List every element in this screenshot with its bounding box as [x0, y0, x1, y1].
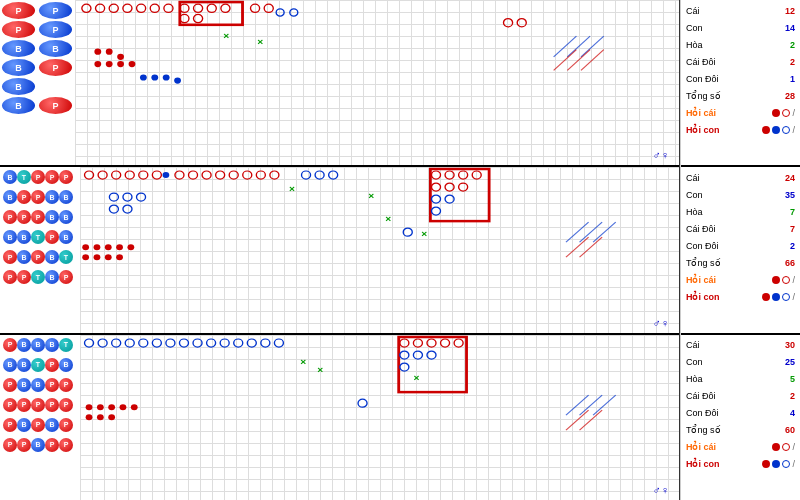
stat-row-hoa-2: Hòa 7: [684, 203, 797, 220]
svg-point-10: [207, 4, 216, 12]
svg-point-25: [117, 61, 124, 67]
stat-value: 2: [790, 391, 795, 401]
svg-point-55: [315, 171, 324, 179]
balls-column-3: P B B B T B B T P B P B B P P P P P P P …: [0, 335, 80, 500]
svg-point-78: [105, 244, 112, 250]
svg-point-109: [413, 339, 422, 347]
slash-icon: /: [792, 125, 795, 135]
svg-point-123: [120, 404, 127, 410]
ball: P: [31, 210, 45, 224]
svg-point-15: [264, 4, 273, 12]
dot-icon: [762, 293, 770, 301]
ball: B: [17, 378, 31, 392]
ball: P: [59, 170, 73, 184]
svg-point-53: [270, 171, 279, 179]
ball: P: [17, 398, 31, 412]
ball: T: [59, 250, 73, 264]
svg-point-80: [127, 244, 134, 250]
stat-row-hoa-1: Hòa 2: [684, 36, 797, 53]
svg-line-130: [580, 395, 603, 415]
slash-icon: /: [792, 275, 795, 285]
slash-icon: /: [792, 108, 795, 118]
gender-icon-1: ♂♀: [653, 149, 670, 161]
ball: T: [17, 170, 31, 184]
svg-point-108: [400, 339, 409, 347]
svg-line-37: [567, 50, 590, 71]
stat-row-con-2: Con 35: [684, 186, 797, 203]
stat-value: 60: [785, 425, 795, 435]
stat-label: Hỏi cái: [686, 108, 716, 118]
circle-icon: [782, 276, 790, 284]
svg-line-87: [566, 222, 589, 242]
svg-point-122: [108, 404, 115, 410]
svg-point-45: [163, 172, 170, 178]
stat-row-cai-3: Cái 30: [684, 337, 797, 354]
slash-icon: /: [792, 442, 795, 452]
section-2: B T P P P B P P B B P P P B B B B T P B …: [0, 167, 679, 334]
ball: P: [3, 250, 17, 264]
stat-row-caidoi-3: Cái Đôi 2: [684, 388, 797, 405]
svg-point-71: [109, 193, 118, 201]
stat-label: Hòa: [686, 374, 703, 384]
svg-point-52: [256, 171, 265, 179]
stat-value: 66: [785, 258, 795, 268]
svg-text:×: ×: [317, 364, 323, 374]
svg-line-33: [554, 36, 577, 57]
svg-line-131: [593, 395, 616, 415]
section-3: P B B B T B B T P B P B B P P P P P P P …: [0, 335, 679, 500]
svg-point-62: [431, 183, 440, 191]
stat-label: Con Đôi: [686, 408, 719, 418]
svg-point-102: [220, 339, 229, 347]
circle-icon: [782, 460, 790, 468]
stat-value: 14: [785, 23, 795, 33]
svg-text:×: ×: [300, 356, 306, 366]
svg-point-92: [85, 339, 94, 347]
stat-label: Hỏi con: [686, 292, 720, 302]
stat-row-hoicon-1: Hỏi con /: [684, 121, 797, 138]
circle-icon: [782, 443, 790, 451]
ball: P: [45, 358, 59, 372]
svg-point-49: [216, 171, 225, 179]
ball: B: [2, 59, 35, 76]
stat-row-hoicai-2: Hỏi cái /: [684, 271, 797, 288]
stat-label: Cái: [686, 6, 700, 16]
svg-point-16: [276, 9, 284, 16]
ball: B: [59, 358, 73, 372]
svg-line-132: [566, 410, 589, 430]
svg-line-89: [593, 222, 616, 242]
stat-icons: /: [762, 125, 795, 135]
stat-row-hoicon-2: Hỏi con /: [684, 288, 797, 305]
stat-value: 2: [790, 241, 795, 251]
stat-row-tong-3: Tổng số 60: [684, 422, 797, 439]
svg-point-101: [207, 339, 216, 347]
stat-icons: /: [762, 292, 795, 302]
stats-section-3: Cái 30 Con 25 Hòa 5 Cái Đôi 2 Con Đôi 4 …: [681, 335, 800, 500]
ball: B: [2, 97, 35, 114]
svg-point-20: [94, 49, 101, 55]
svg-text:×: ×: [257, 37, 263, 47]
svg-point-106: [274, 339, 283, 347]
svg-point-5: [150, 4, 159, 12]
dot-icon: [762, 460, 770, 468]
svg-point-113: [400, 351, 409, 359]
svg-point-56: [329, 171, 338, 179]
stat-label: Cái Đôi: [686, 57, 716, 67]
svg-text:×: ×: [385, 214, 391, 224]
stat-row-hoicai-1: Hỏi cái /: [684, 104, 797, 121]
svg-point-74: [109, 205, 118, 213]
ball: T: [59, 338, 73, 352]
svg-point-31: [503, 19, 512, 27]
svg-rect-7: [180, 2, 243, 25]
svg-point-99: [179, 339, 188, 347]
stat-value: 12: [785, 6, 795, 16]
stats-section-2: Cái 24 Con 35 Hòa 7 Cái Đôi 7 Con Đôi 2 …: [681, 167, 800, 334]
stat-icons: /: [772, 442, 795, 452]
ball: P: [39, 97, 72, 114]
ball: B: [39, 40, 72, 57]
ball: B: [2, 78, 35, 95]
svg-point-14: [251, 4, 260, 12]
svg-line-90: [566, 237, 589, 257]
stat-row-hoicai-3: Hỏi cái /: [684, 439, 797, 456]
svg-text:×: ×: [368, 191, 374, 201]
stat-label: Cái Đôi: [686, 224, 716, 234]
